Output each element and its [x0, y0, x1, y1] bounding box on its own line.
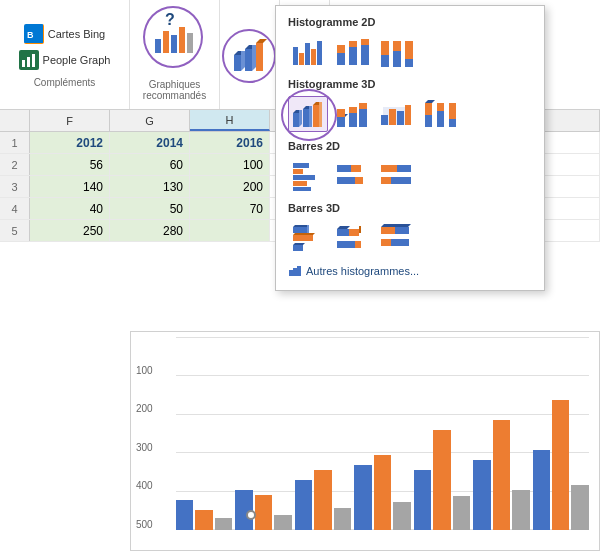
y-label-300: 300: [136, 442, 153, 453]
histo3d-clustered-btn[interactable]: [288, 96, 328, 132]
svg-rect-54: [349, 113, 357, 127]
more-histograms-link[interactable]: Autres histogrammes...: [288, 262, 532, 280]
svg-rect-104: [297, 266, 301, 276]
svg-rect-61: [389, 109, 396, 125]
svg-rect-32: [349, 47, 357, 65]
chart-resize-handle[interactable]: [246, 510, 256, 520]
svg-rect-96: [355, 241, 361, 248]
histo3d-3d-btn[interactable]: [376, 96, 416, 132]
y-label-100: 100: [136, 365, 153, 376]
svg-rect-77: [351, 165, 361, 172]
bar-blue-1: [176, 500, 193, 530]
cell-h3[interactable]: 200: [190, 176, 270, 197]
cell-h4[interactable]: 70: [190, 198, 270, 219]
svg-rect-37: [381, 41, 389, 55]
svg-rect-51: [337, 117, 345, 127]
row-num-3: 3: [0, 176, 30, 197]
svg-rect-26: [299, 53, 304, 65]
svg-rect-89: [293, 245, 303, 251]
histo3d-stacked-btn[interactable]: [332, 96, 372, 132]
histo2d-clustered-btn[interactable]: [288, 34, 328, 70]
svg-rect-78: [337, 177, 355, 184]
barres2d-clustered-btn[interactable]: [288, 158, 328, 194]
chart-type-dropdown: Histogramme 2D: [275, 5, 545, 291]
svg-rect-3: [27, 57, 30, 67]
barres3d-stacked-btn[interactable]: [332, 220, 372, 256]
barres3d-clustered-btn[interactable]: [288, 220, 328, 256]
svg-rect-57: [359, 109, 367, 127]
cell-g4[interactable]: 50: [110, 198, 190, 219]
svg-rect-84: [293, 227, 307, 233]
cell-g5[interactable]: 280: [110, 220, 190, 241]
svg-rect-2: [22, 60, 25, 67]
histogram-ribbon-section: [220, 0, 280, 109]
row-num-4: 4: [0, 198, 30, 219]
histo2d-clustered-icon: [291, 37, 325, 67]
bing-maps-item[interactable]: B Cartes Bing: [20, 21, 109, 47]
bar-orange-5: [433, 430, 450, 530]
svg-marker-13: [241, 51, 245, 71]
bar-blue-7: [533, 450, 550, 530]
histogram-ribbon-button[interactable]: [230, 35, 270, 75]
svg-rect-71: [293, 163, 309, 168]
year-2014-cell[interactable]: 2014: [110, 132, 190, 153]
people-graph-label: People Graph: [43, 54, 111, 66]
year-2012-cell[interactable]: 2012: [30, 132, 110, 153]
histo2d-options: [288, 34, 532, 70]
people-graph-item[interactable]: People Graph: [15, 47, 115, 73]
svg-marker-66: [425, 100, 435, 103]
barres3d-stacked-icon: [335, 223, 369, 253]
svg-marker-18: [256, 39, 267, 43]
histo2d-100pct-btn[interactable]: [376, 34, 416, 70]
year-2016-cell[interactable]: 2016: [190, 132, 270, 153]
row-num-1: 1: [0, 132, 30, 153]
histo2d-stacked-btn[interactable]: [332, 34, 372, 70]
barres2d-options: [288, 158, 532, 194]
y-label-200: 200: [136, 403, 153, 414]
histo3d-clustered-icon: [291, 99, 325, 129]
cell-f2[interactable]: 56: [30, 154, 110, 175]
svg-rect-4: [32, 54, 35, 67]
svg-rect-65: [425, 103, 432, 115]
svg-marker-94: [359, 226, 361, 233]
barres2d-100pct-btn[interactable]: [376, 158, 416, 194]
cell-f5[interactable]: 250: [30, 220, 110, 241]
svg-rect-95: [337, 241, 355, 248]
barres2d-title: Barres 2D: [288, 140, 532, 152]
svg-rect-41: [405, 41, 413, 59]
svg-rect-68: [437, 103, 444, 111]
graphiques-recommandes-button[interactable]: ?: [150, 9, 200, 64]
svg-rect-72: [293, 169, 303, 174]
svg-marker-99: [381, 224, 411, 227]
bar-gray-4: [393, 502, 410, 530]
svg-rect-28: [311, 49, 316, 65]
barres2d-stacked-btn[interactable]: [332, 158, 372, 194]
bar-group-1: [176, 500, 232, 530]
cell-g2[interactable]: 60: [110, 154, 190, 175]
cell-h5[interactable]: [190, 220, 270, 241]
svg-text:?: ?: [165, 11, 175, 28]
barres3d-100pct-btn[interactable]: [376, 220, 416, 256]
barres2d-stacked-icon: [335, 161, 369, 191]
row-num-2: 2: [0, 154, 30, 175]
histo3d-100pct-btn[interactable]: [420, 96, 460, 132]
cell-g3[interactable]: 130: [110, 176, 190, 197]
bar-gray-2: [274, 515, 291, 530]
svg-rect-92: [349, 229, 359, 236]
svg-rect-87: [293, 235, 313, 241]
complements-section-label: Compléments: [34, 77, 96, 88]
svg-rect-98: [381, 227, 395, 234]
bar-group-5: [414, 430, 470, 530]
cell-f4[interactable]: 40: [30, 198, 110, 219]
svg-marker-16: [252, 45, 256, 71]
svg-rect-5: [155, 39, 161, 53]
barres3d-options: [288, 220, 532, 256]
svg-rect-70: [449, 103, 456, 119]
graphiques-icon: ?: [151, 11, 199, 59]
bar-blue-4: [354, 465, 371, 530]
svg-rect-48: [313, 105, 319, 127]
bar-orange-6: [493, 420, 510, 530]
svg-marker-90: [293, 243, 305, 245]
cell-f3[interactable]: 140: [30, 176, 110, 197]
cell-h2[interactable]: 100: [190, 154, 270, 175]
